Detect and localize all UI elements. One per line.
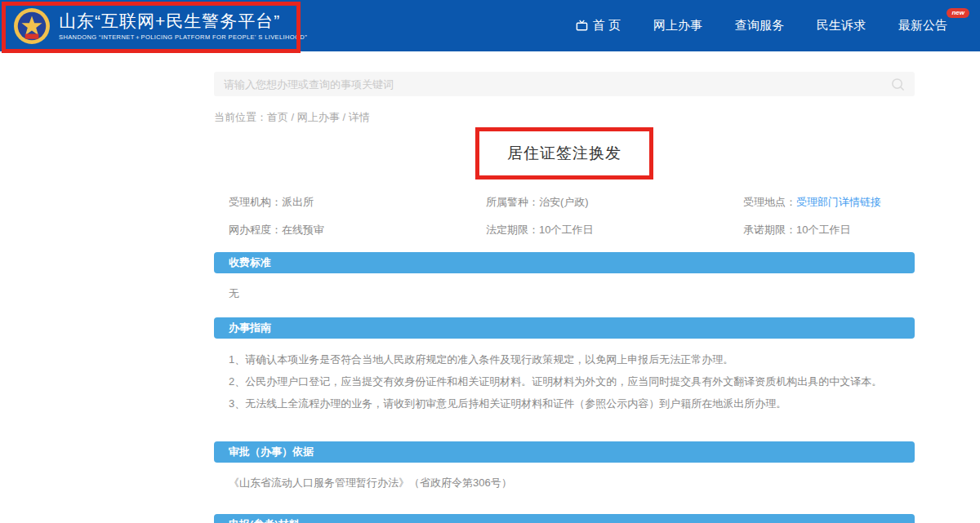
info-label: 受理地点：	[743, 195, 796, 210]
info-value: 10个工作日	[796, 223, 850, 237]
page-title: 居住证签注换发	[507, 143, 621, 164]
breadcrumb: 当前位置：首页 / 网上办事 / 详情	[214, 110, 915, 125]
info-promised-period: 承诺期限： 10个工作日	[743, 216, 915, 244]
info-value: 派出所	[282, 195, 314, 210]
nav-home[interactable]: 首 页	[576, 18, 621, 33]
nav-livelihood-appeals-label: 民生诉求	[817, 18, 866, 33]
top-header: 山东“互联网+民生警务平台” SHANDONG “INTERNET＋POLICI…	[0, 0, 980, 51]
info-accepting-location: 受理地点： 受理部门详情链接	[743, 188, 915, 216]
search-input[interactable]	[224, 78, 891, 91]
service-info-grid: 受理机构： 派出所 所属警种： 治安(户政) 受理地点： 受理部门详情链接 网办…	[214, 188, 915, 244]
section-header-guide: 办事指南	[214, 317, 915, 339]
section-header-fee: 收费标准	[214, 252, 915, 273]
info-value: 10个工作日	[539, 223, 593, 237]
info-label: 承诺期限：	[743, 223, 796, 237]
info-label: 受理机构：	[229, 195, 282, 210]
police-badge-logo	[13, 7, 51, 45]
info-online-degree: 网办程度： 在线预审	[229, 216, 486, 244]
search-bar[interactable]	[214, 72, 915, 96]
main-content: 当前位置：首页 / 网上办事 / 详情 居住证签注换发 受理机构： 派出所 所属…	[214, 72, 915, 523]
guide-item: 1、请确认本项业务是否符合当地人民政府规定的准入条件及现行政策规定，以免网上申报…	[229, 348, 915, 370]
nav-latest-announcements-label: 最新公告	[898, 18, 947, 33]
title-wrap: 居住证签注换发	[214, 127, 915, 180]
nav-online-services-label: 网上办事	[653, 18, 702, 33]
info-label: 所属警种：	[486, 195, 539, 210]
brand: 山东“互联网+民生警务平台” SHANDONG “INTERNET＋POLICI…	[0, 7, 307, 45]
guide-list: 1、请确认本项业务是否符合当地人民政府规定的准入条件及现行政策规定，以免网上申报…	[214, 339, 915, 414]
section-header-basis: 审批（办事）依据	[214, 441, 915, 463]
nav-livelihood-appeals[interactable]: 民生诉求	[817, 18, 866, 33]
basis-content: 《山东省流动人口服务管理暂行办法》（省政府令第306号）	[214, 463, 915, 499]
guide-item: 3、无法线上全流程办理的业务，请收到初审意见后持相关证明材料和证件（参照公示内容…	[229, 392, 915, 414]
info-label: 法定期限：	[486, 223, 539, 237]
info-statutory-period: 法定期限： 10个工作日	[486, 216, 743, 244]
nav-latest-announcements[interactable]: 最新公告 new	[898, 18, 947, 33]
info-value: 治安(户政)	[539, 195, 589, 210]
brand-text: 山东“互联网+民生警务平台” SHANDONG “INTERNET＋POLICI…	[59, 11, 307, 42]
annotation-box-title: 居住证签注换发	[475, 127, 653, 180]
site-subtitle: SHANDONG “INTERNET＋POLICING PLATFORM FOR…	[59, 33, 307, 42]
search-icon[interactable]	[891, 78, 905, 91]
fee-content: 无	[214, 273, 915, 309]
nav-online-services[interactable]: 网上办事	[653, 18, 702, 33]
nav-query-services-label: 查询服务	[735, 18, 784, 33]
nav-query-services[interactable]: 查询服务	[735, 18, 784, 33]
main-nav: 首 页 网上办事 查询服务 民生诉求 最新公告 new	[576, 18, 980, 33]
home-icon	[576, 20, 588, 32]
site-title: 山东“互联网+民生警务平台”	[59, 11, 307, 32]
info-label: 网办程度：	[229, 223, 282, 237]
accepting-department-link[interactable]: 受理部门详情链接	[796, 195, 881, 210]
new-badge: new	[947, 8, 969, 18]
info-value: 在线预审	[282, 223, 324, 237]
section-header-materials: 申报(参考)材料	[214, 514, 915, 523]
guide-item: 2、公民办理户口登记，应当提交有效身份证件和相关证明材料。证明材料为外文的，应当…	[229, 370, 915, 392]
nav-home-label: 首 页	[593, 18, 621, 33]
info-accepting-agency: 受理机构： 派出所	[229, 188, 486, 216]
info-police-category: 所属警种： 治安(户政)	[486, 188, 743, 216]
